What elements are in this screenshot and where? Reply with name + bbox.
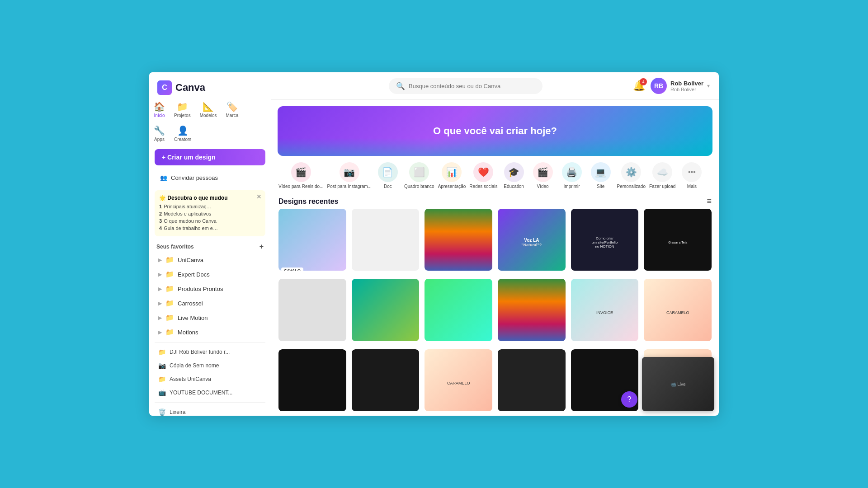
notification-title: 🌟 Descubra o que mudou	[159, 195, 261, 201]
canva-logo-text: Canva	[175, 82, 205, 94]
notifications-button[interactable]: 🔔 4	[633, 80, 645, 92]
chevron-right-icon: ▶	[158, 300, 162, 306]
cat-more[interactable]: ••• Mais	[679, 162, 704, 189]
sidebar-trash[interactable]: 🗑️ Lixeira	[152, 405, 268, 416]
user-name: Rob Boliver	[670, 80, 703, 87]
design-thumb-12	[278, 349, 346, 411]
main-window: C Canva 🏠 Início 📁 Projetos 📐 Modelos 🏷️…	[149, 72, 719, 416]
sidebar-file-semNome[interactable]: 📷 Cópia de Sem nome	[152, 359, 268, 372]
sidebar-folder-expertdocs[interactable]: ▶ 📁 Expert Docs	[152, 267, 268, 282]
cat-instagram[interactable]: 📷 Post para Instagram...	[327, 162, 372, 189]
notif-item-1[interactable]: 1Principais atualizaç…	[159, 203, 261, 210]
sidebar-folder-produtos[interactable]: ▶ 📁 Produtos Prontos	[152, 282, 268, 296]
design-card-3[interactable]: Voz LA "Natural"? REELS 2024 Vídeo para …	[498, 209, 566, 271]
design-card-12[interactable]	[278, 349, 346, 411]
design-card-5[interactable]: Gravar a Tela VIDEO. NO ABA COMUNI... Po…	[644, 209, 712, 271]
sidebar-divider	[155, 342, 265, 343]
sidebar-folder-carrossel[interactable]: ▶ 📁 Carrossel	[152, 296, 268, 310]
sidebar-item-modelos[interactable]: 📐 Modelos	[195, 98, 222, 122]
cat-social-icon: ❤️	[473, 162, 493, 182]
sidebar-nav-icons-2: 🔧 Apps 👤 Creators	[149, 122, 271, 145]
list-view-toggle[interactable]: ≡	[707, 197, 712, 206]
hero-banner: O que você vai criar hoje?	[278, 106, 712, 156]
brand-icon: 🏷️	[226, 101, 238, 112]
search-bar[interactable]: 🔍	[389, 78, 542, 94]
design-card-7[interactable]: Rapha batista Vídeo	[352, 279, 420, 341]
hero-text: O que você vai criar hoje?	[433, 125, 557, 137]
sidebar-item-marca[interactable]: 🏷️ Marca	[222, 98, 243, 122]
notif-item-2[interactable]: 2Modelos e aplicativos	[159, 210, 261, 217]
notification-close[interactable]: ✕	[256, 193, 262, 200]
chevron-right-icon: ▶	[158, 329, 162, 335]
avatar: RB	[651, 78, 667, 94]
invite-people-button[interactable]: 👥 Convidar pessoas	[155, 171, 265, 185]
design-card-8[interactable]: Apresentação de slides neg... Apresentaç…	[425, 279, 492, 341]
cat-custom[interactable]: ⚙️ Personalizado	[617, 162, 646, 189]
sidebar-file-dji[interactable]: 📁 DJI Rob Boliver fundo r...	[152, 345, 268, 359]
design-thumb-6	[278, 279, 346, 341]
invite-icon: 👥	[160, 174, 167, 181]
sidebar-item-label: Apps	[154, 137, 165, 142]
create-design-button[interactable]: + Criar um design	[155, 149, 265, 165]
cat-upload[interactable]: ☁️ Fazer upload	[649, 162, 675, 189]
cat-print[interactable]: 🖨️ Imprimir	[559, 162, 585, 189]
sidebar-folder-unicanva[interactable]: ▶ 📁 UniCanva	[152, 253, 268, 267]
template-icon: 📐	[203, 101, 214, 112]
design-thumb-7	[352, 279, 420, 341]
design-thumb-4: Como criarum site/Portfoliono NOTION	[571, 209, 639, 271]
design-card-14[interactable]: CARAMELO CARAMELO	[425, 349, 492, 411]
design-card-1[interactable]: Design sem nome Vídeo para dispositivos …	[352, 209, 420, 271]
sidebar-item-label: Projetos	[174, 113, 191, 118]
sidebar-nav-icons: 🏠 Início 📁 Projetos 📐 Modelos 🏷️ Marca	[149, 98, 271, 122]
cat-presentation[interactable]: 📊 Apresentação	[438, 162, 466, 189]
trash-icon: 🗑️	[158, 408, 166, 416]
chevron-right-icon: ▶	[158, 257, 162, 263]
cat-education[interactable]: 🎓 Education	[501, 162, 527, 189]
sidebar-folder-motions[interactable]: ▶ 📁 Motions	[152, 325, 268, 339]
design-thumb-5: Gravar a Tela	[644, 209, 712, 271]
cat-video-icon: 🎬	[533, 162, 553, 182]
cat-reels[interactable]: 🎬 Vídeo para Reels do...	[278, 162, 324, 189]
cat-social[interactable]: ❤️ Redes sociais	[469, 162, 497, 189]
video-inner: 📹 Live	[642, 357, 714, 411]
design-card-15[interactable]	[498, 349, 566, 411]
categories-row: 🎬 Vídeo para Reels do... 📷 Post para Ins…	[271, 156, 719, 192]
cat-whiteboard[interactable]: ⬜ Quadro branco	[404, 162, 434, 189]
recent-designs-header: Designs recentes ≡	[271, 192, 719, 209]
sidebar-item-projetos[interactable]: 📁 Projetos	[170, 98, 195, 122]
favorites-section-title: Seus favoritos +	[149, 238, 271, 253]
cat-doc-icon: 📄	[378, 162, 398, 182]
design-card-11[interactable]: CARAMELO Design sem nome Vídeo para disp…	[644, 279, 712, 341]
design-card-4[interactable]: Como criarum site/Portfoliono NOTION Últ…	[571, 209, 639, 271]
chevron-down-icon: ▾	[707, 83, 710, 89]
cat-upload-icon: ☁️	[652, 162, 672, 182]
sidebar-item-apps[interactable]: 🔧 Apps	[149, 122, 170, 145]
cat-reels-icon: 🎬	[291, 162, 311, 182]
user-menu[interactable]: RB Rob Boliver Rob Boliver ▾	[651, 78, 710, 94]
cat-video[interactable]: 🎬 Vídeo	[530, 162, 556, 189]
chevron-right-icon: ▶	[158, 272, 162, 277]
sidebar-file-youtube[interactable]: 📺 YOUTUBE DOCUMENT...	[152, 386, 268, 399]
design-card-10[interactable]: INVOICE Turquoise Geometric Invoice A4	[571, 279, 639, 341]
sidebar-item-inicio[interactable]: 🏠 Início	[149, 98, 170, 122]
sidebar-folder-livemotion[interactable]: ▶ 📁 Live Motion	[152, 310, 268, 325]
creators-icon: 👤	[177, 125, 189, 136]
add-favorite-button[interactable]: +	[259, 243, 264, 251]
file-dji-icon: 📁	[158, 348, 166, 356]
design-thumb-8	[425, 279, 492, 341]
design-card-9[interactable]: Design sem nome Vídeo para dispositivos …	[498, 279, 566, 341]
notif-item-3[interactable]: 3O que mudou no Canva	[159, 217, 261, 225]
notif-item-4[interactable]: 4Guia de trabalho em e…	[159, 225, 261, 232]
design-card-6[interactable]: Design sem nome Post para instagram	[278, 279, 346, 341]
design-card-2[interactable]: TRISTEZA Vídeo para dispositivos móveis	[425, 209, 492, 271]
design-card-13[interactable]	[352, 349, 420, 411]
sidebar-item-label: Início	[154, 113, 165, 118]
cat-doc[interactable]: 📄 Doc	[375, 162, 401, 189]
cat-site[interactable]: 💻 Site	[588, 162, 613, 189]
help-button[interactable]: ?	[621, 391, 637, 408]
design-card-0[interactable]: CAVALO Cavalo Vídeo	[278, 209, 346, 271]
search-icon: 🔍	[396, 82, 405, 90]
sidebar-item-creators[interactable]: 👤 Creators	[170, 122, 196, 145]
sidebar-file-assets[interactable]: 📁 Assets UniCanva	[152, 372, 268, 386]
search-input[interactable]	[409, 83, 535, 89]
